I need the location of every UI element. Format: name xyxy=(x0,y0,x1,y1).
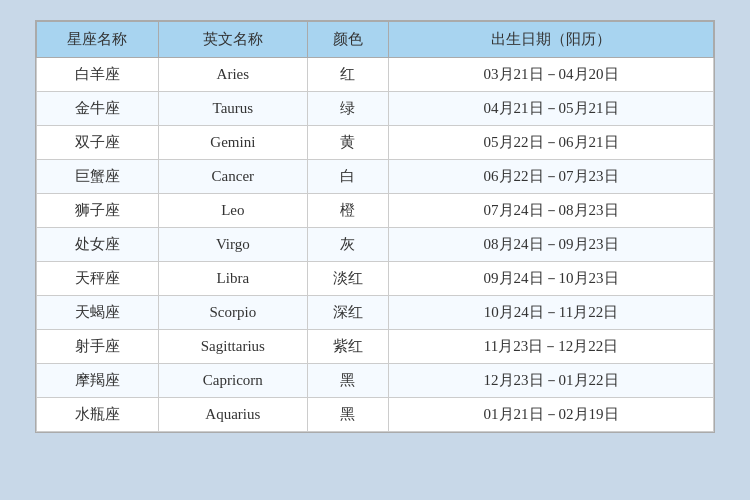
cell-english: Libra xyxy=(158,262,307,296)
cell-chinese: 狮子座 xyxy=(37,194,159,228)
cell-chinese: 射手座 xyxy=(37,330,159,364)
table-header-row: 星座名称 英文名称 颜色 出生日期（阳历） xyxy=(37,22,714,58)
cell-chinese: 天秤座 xyxy=(37,262,159,296)
cell-chinese: 天蝎座 xyxy=(37,296,159,330)
cell-chinese: 摩羯座 xyxy=(37,364,159,398)
cell-date: 03月21日－04月20日 xyxy=(389,58,714,92)
cell-date: 11月23日－12月22日 xyxy=(389,330,714,364)
header-color: 颜色 xyxy=(307,22,388,58)
cell-color: 深红 xyxy=(307,296,388,330)
cell-english: Virgo xyxy=(158,228,307,262)
cell-color: 黄 xyxy=(307,126,388,160)
table-row: 水瓶座Aquarius黑01月21日－02月19日 xyxy=(37,398,714,432)
cell-color: 白 xyxy=(307,160,388,194)
table-row: 金牛座Taurus绿04月21日－05月21日 xyxy=(37,92,714,126)
header-date: 出生日期（阳历） xyxy=(389,22,714,58)
cell-english: Aquarius xyxy=(158,398,307,432)
cell-color: 紫红 xyxy=(307,330,388,364)
table-row: 天秤座Libra淡红09月24日－10月23日 xyxy=(37,262,714,296)
cell-color: 红 xyxy=(307,58,388,92)
cell-date: 08月24日－09月23日 xyxy=(389,228,714,262)
cell-color: 灰 xyxy=(307,228,388,262)
cell-chinese: 金牛座 xyxy=(37,92,159,126)
cell-date: 12月23日－01月22日 xyxy=(389,364,714,398)
cell-chinese: 处女座 xyxy=(37,228,159,262)
cell-chinese: 白羊座 xyxy=(37,58,159,92)
cell-english: Capricorn xyxy=(158,364,307,398)
zodiac-table-container: 星座名称 英文名称 颜色 出生日期（阳历） 白羊座Aries红03月21日－04… xyxy=(35,20,715,433)
table-row: 巨蟹座Cancer白06月22日－07月23日 xyxy=(37,160,714,194)
cell-color: 橙 xyxy=(307,194,388,228)
cell-english: Leo xyxy=(158,194,307,228)
cell-date: 06月22日－07月23日 xyxy=(389,160,714,194)
cell-english: Scorpio xyxy=(158,296,307,330)
cell-english: Taurus xyxy=(158,92,307,126)
cell-date: 10月24日－11月22日 xyxy=(389,296,714,330)
cell-color: 黑 xyxy=(307,364,388,398)
zodiac-table: 星座名称 英文名称 颜色 出生日期（阳历） 白羊座Aries红03月21日－04… xyxy=(36,21,714,432)
cell-color: 淡红 xyxy=(307,262,388,296)
table-row: 处女座Virgo灰08月24日－09月23日 xyxy=(37,228,714,262)
cell-date: 09月24日－10月23日 xyxy=(389,262,714,296)
cell-chinese: 双子座 xyxy=(37,126,159,160)
cell-english: Cancer xyxy=(158,160,307,194)
cell-color: 绿 xyxy=(307,92,388,126)
cell-date: 04月21日－05月21日 xyxy=(389,92,714,126)
cell-color: 黑 xyxy=(307,398,388,432)
cell-chinese: 巨蟹座 xyxy=(37,160,159,194)
header-chinese: 星座名称 xyxy=(37,22,159,58)
cell-english: Gemini xyxy=(158,126,307,160)
table-body: 白羊座Aries红03月21日－04月20日金牛座Taurus绿04月21日－0… xyxy=(37,58,714,432)
cell-chinese: 水瓶座 xyxy=(37,398,159,432)
cell-english: Sagittarius xyxy=(158,330,307,364)
table-row: 摩羯座Capricorn黑12月23日－01月22日 xyxy=(37,364,714,398)
cell-date: 05月22日－06月21日 xyxy=(389,126,714,160)
cell-english: Aries xyxy=(158,58,307,92)
cell-date: 01月21日－02月19日 xyxy=(389,398,714,432)
cell-date: 07月24日－08月23日 xyxy=(389,194,714,228)
header-english: 英文名称 xyxy=(158,22,307,58)
table-row: 白羊座Aries红03月21日－04月20日 xyxy=(37,58,714,92)
table-row: 射手座Sagittarius紫红11月23日－12月22日 xyxy=(37,330,714,364)
table-row: 天蝎座Scorpio深红10月24日－11月22日 xyxy=(37,296,714,330)
table-row: 狮子座Leo橙07月24日－08月23日 xyxy=(37,194,714,228)
table-row: 双子座Gemini黄05月22日－06月21日 xyxy=(37,126,714,160)
